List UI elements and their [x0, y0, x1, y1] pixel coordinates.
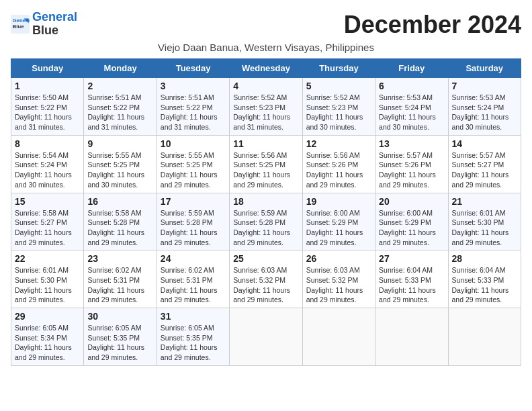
calendar-cell: 20Sunrise: 6:00 AM Sunset: 5:29 PM Dayli… [375, 193, 448, 250]
day-detail: Sunrise: 5:57 AM Sunset: 5:26 PM Dayligh… [379, 150, 444, 190]
calendar-cell: 7Sunrise: 5:53 AM Sunset: 5:24 PM Daylig… [448, 78, 521, 136]
day-number: 18 [233, 196, 298, 207]
day-number: 28 [452, 253, 517, 264]
calendar-cell: 21Sunrise: 6:01 AM Sunset: 5:30 PM Dayli… [448, 193, 521, 250]
day-detail: Sunrise: 6:03 AM Sunset: 5:32 PM Dayligh… [233, 265, 298, 305]
day-detail: Sunrise: 5:57 AM Sunset: 5:27 PM Dayligh… [452, 150, 517, 190]
day-number: 24 [161, 253, 226, 264]
day-number: 10 [161, 138, 226, 149]
calendar-cell: 14Sunrise: 5:57 AM Sunset: 5:27 PM Dayli… [448, 135, 521, 193]
day-detail: Sunrise: 6:05 AM Sunset: 5:34 PM Dayligh… [15, 323, 80, 363]
location-subtitle: Viejo Daan Banua, Western Visayas, Phili… [11, 42, 521, 53]
day-detail: Sunrise: 6:04 AM Sunset: 5:33 PM Dayligh… [379, 265, 444, 305]
day-detail: Sunrise: 6:05 AM Sunset: 5:35 PM Dayligh… [161, 323, 226, 363]
calendar-cell: 27Sunrise: 6:04 AM Sunset: 5:33 PM Dayli… [375, 250, 448, 308]
weekday-header-row: SundayMondayTuesdayWednesdayThursdayFrid… [11, 59, 521, 78]
calendar-cell: 11Sunrise: 5:56 AM Sunset: 5:25 PM Dayli… [230, 135, 302, 193]
day-detail: Sunrise: 5:59 AM Sunset: 5:28 PM Dayligh… [161, 208, 226, 248]
calendar-week-5: 29Sunrise: 6:05 AM Sunset: 5:34 PM Dayli… [11, 308, 521, 366]
calendar-cell [448, 308, 521, 366]
calendar-week-3: 15Sunrise: 5:58 AM Sunset: 5:27 PM Dayli… [11, 193, 521, 250]
day-detail: Sunrise: 5:50 AM Sunset: 5:22 PM Dayligh… [15, 93, 80, 132]
calendar-cell: 25Sunrise: 6:03 AM Sunset: 5:32 PM Dayli… [230, 250, 302, 308]
day-number: 13 [379, 138, 444, 149]
weekday-header-monday: Monday [84, 59, 157, 78]
weekday-header-wednesday: Wednesday [230, 59, 302, 78]
calendar-cell: 30Sunrise: 6:05 AM Sunset: 5:35 PM Dayli… [84, 308, 157, 366]
svg-text:Blue: Blue [13, 23, 24, 29]
day-number: 27 [379, 253, 444, 264]
day-number: 2 [87, 81, 152, 91]
day-detail: Sunrise: 6:01 AM Sunset: 5:30 PM Dayligh… [15, 265, 80, 305]
day-detail: Sunrise: 5:51 AM Sunset: 5:22 PM Dayligh… [87, 93, 152, 132]
day-detail: Sunrise: 6:03 AM Sunset: 5:32 PM Dayligh… [306, 265, 371, 305]
calendar-cell: 18Sunrise: 5:59 AM Sunset: 5:28 PM Dayli… [230, 193, 302, 250]
calendar-cell: 19Sunrise: 6:00 AM Sunset: 5:29 PM Dayli… [302, 193, 375, 250]
day-detail: Sunrise: 5:51 AM Sunset: 5:22 PM Dayligh… [161, 93, 226, 132]
day-detail: Sunrise: 5:55 AM Sunset: 5:25 PM Dayligh… [87, 150, 152, 190]
calendar-table: SundayMondayTuesdayWednesdayThursdayFrid… [11, 58, 521, 366]
day-number: 15 [15, 196, 80, 207]
calendar-cell: 10Sunrise: 5:55 AM Sunset: 5:25 PM Dayli… [157, 135, 229, 193]
day-detail: Sunrise: 5:59 AM Sunset: 5:28 PM Dayligh… [233, 208, 298, 248]
day-number: 26 [306, 253, 371, 264]
weekday-header-tuesday: Tuesday [157, 59, 229, 78]
day-number: 12 [306, 138, 371, 149]
calendar-cell: 16Sunrise: 5:58 AM Sunset: 5:28 PM Dayli… [84, 193, 157, 250]
day-number: 16 [87, 196, 152, 207]
calendar-cell: 22Sunrise: 6:01 AM Sunset: 5:30 PM Dayli… [11, 250, 84, 308]
day-number: 4 [233, 81, 298, 91]
day-number: 14 [452, 138, 517, 149]
calendar-cell: 12Sunrise: 5:56 AM Sunset: 5:26 PM Dayli… [302, 135, 375, 193]
calendar-cell: 2Sunrise: 5:51 AM Sunset: 5:22 PM Daylig… [84, 78, 157, 136]
day-number: 7 [452, 81, 517, 91]
day-number: 5 [306, 81, 371, 91]
calendar-cell: 23Sunrise: 6:02 AM Sunset: 5:31 PM Dayli… [84, 250, 157, 308]
day-detail: Sunrise: 6:00 AM Sunset: 5:29 PM Dayligh… [379, 208, 444, 248]
weekday-header-saturday: Saturday [448, 59, 521, 78]
calendar-cell [230, 308, 302, 366]
calendar-cell [302, 308, 375, 366]
day-number: 3 [161, 81, 226, 91]
day-number: 23 [87, 253, 152, 264]
day-detail: Sunrise: 6:05 AM Sunset: 5:35 PM Dayligh… [87, 323, 152, 363]
calendar-cell: 4Sunrise: 5:52 AM Sunset: 5:23 PM Daylig… [230, 78, 302, 136]
calendar-cell [375, 308, 448, 366]
calendar-cell: 31Sunrise: 6:05 AM Sunset: 5:35 PM Dayli… [157, 308, 229, 366]
day-detail: Sunrise: 5:52 AM Sunset: 5:23 PM Dayligh… [306, 93, 371, 132]
calendar-cell: 6Sunrise: 5:53 AM Sunset: 5:24 PM Daylig… [375, 78, 448, 136]
logo-general: General [32, 10, 77, 24]
day-number: 25 [233, 253, 298, 264]
day-detail: Sunrise: 5:56 AM Sunset: 5:26 PM Dayligh… [306, 150, 371, 190]
day-detail: Sunrise: 5:55 AM Sunset: 5:25 PM Dayligh… [161, 150, 226, 190]
day-detail: Sunrise: 5:54 AM Sunset: 5:24 PM Dayligh… [15, 150, 80, 190]
day-detail: Sunrise: 6:00 AM Sunset: 5:29 PM Dayligh… [306, 208, 371, 248]
day-number: 17 [161, 196, 226, 207]
calendar-week-2: 8Sunrise: 5:54 AM Sunset: 5:24 PM Daylig… [11, 135, 521, 193]
calendar-cell: 13Sunrise: 5:57 AM Sunset: 5:26 PM Dayli… [375, 135, 448, 193]
day-detail: Sunrise: 5:56 AM Sunset: 5:25 PM Dayligh… [233, 150, 298, 190]
day-detail: Sunrise: 5:53 AM Sunset: 5:24 PM Dayligh… [379, 93, 444, 132]
calendar-cell: 17Sunrise: 5:59 AM Sunset: 5:28 PM Dayli… [157, 193, 229, 250]
day-detail: Sunrise: 6:04 AM Sunset: 5:33 PM Dayligh… [452, 265, 517, 305]
logo-text: General Blue [32, 11, 77, 38]
day-detail: Sunrise: 6:02 AM Sunset: 5:31 PM Dayligh… [161, 265, 226, 305]
day-number: 9 [87, 138, 152, 149]
day-detail: Sunrise: 5:52 AM Sunset: 5:23 PM Dayligh… [233, 93, 298, 132]
logo-icon: General Blue [11, 15, 30, 34]
day-detail: Sunrise: 6:01 AM Sunset: 5:30 PM Dayligh… [452, 208, 517, 248]
calendar-cell: 15Sunrise: 5:58 AM Sunset: 5:27 PM Dayli… [11, 193, 84, 250]
day-number: 20 [379, 196, 444, 207]
calendar-cell: 1Sunrise: 5:50 AM Sunset: 5:22 PM Daylig… [11, 78, 84, 136]
calendar-cell: 26Sunrise: 6:03 AM Sunset: 5:32 PM Dayli… [302, 250, 375, 308]
logo: General Blue General Blue [11, 11, 77, 38]
calendar-cell: 29Sunrise: 6:05 AM Sunset: 5:34 PM Dayli… [11, 308, 84, 366]
day-number: 21 [452, 196, 517, 207]
calendar-cell: 9Sunrise: 5:55 AM Sunset: 5:25 PM Daylig… [84, 135, 157, 193]
day-number: 30 [87, 311, 152, 322]
day-number: 22 [15, 253, 80, 264]
calendar-cell: 28Sunrise: 6:04 AM Sunset: 5:33 PM Dayli… [448, 250, 521, 308]
day-detail: Sunrise: 6:02 AM Sunset: 5:31 PM Dayligh… [87, 265, 152, 305]
day-number: 1 [15, 81, 80, 91]
calendar-week-4: 22Sunrise: 6:01 AM Sunset: 5:30 PM Dayli… [11, 250, 521, 308]
